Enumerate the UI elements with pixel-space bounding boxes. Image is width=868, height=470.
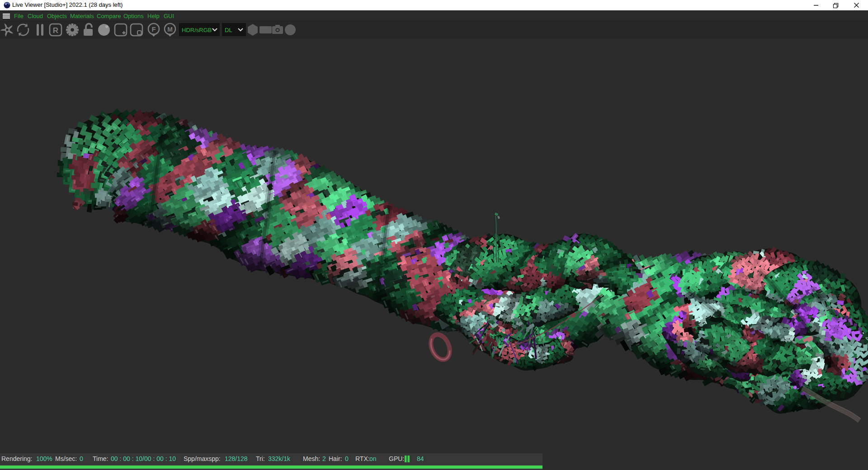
svg-text:HDR/sRGB: HDR/sRGB	[182, 27, 212, 33]
svg-text:M: M	[167, 26, 173, 33]
svg-text:F: F	[151, 25, 156, 33]
svg-text:DL: DL	[225, 27, 232, 33]
svg-text:R: R	[53, 26, 58, 35]
